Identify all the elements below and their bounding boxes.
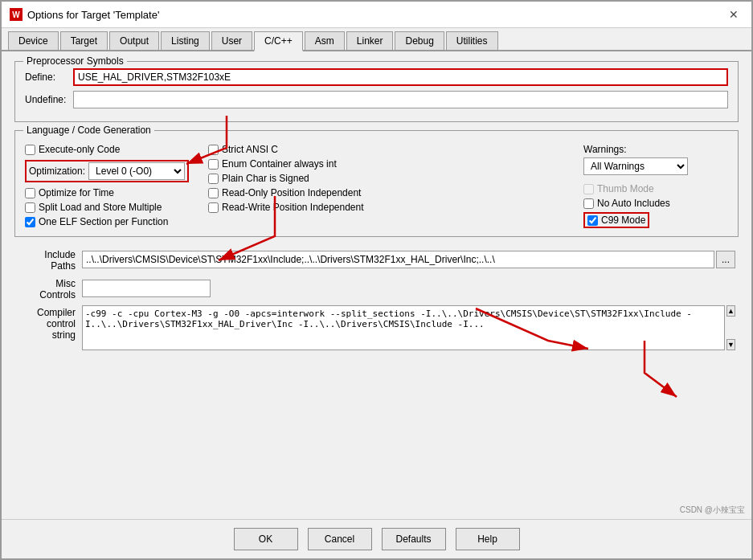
one-elf-label: One ELF Section per Function <box>39 216 168 227</box>
compiler-string-input-cell: -c99 -c -cpu Cortex-M3 -g -O0 -apcs=inte… <box>79 303 739 353</box>
defaults-button[interactable]: Defaults <box>382 528 446 550</box>
optimization-select[interactable]: Level 0 (-O0) Level 1 (-O1) Level 2 (-O2… <box>88 162 185 180</box>
title-bar-left: W Options for Target 'Template' <box>10 8 159 21</box>
language-columns: Execute-only Code Optimization: Level 0 … <box>25 137 728 228</box>
readwrite-pos-label: Read-Write Position Independent <box>222 202 364 213</box>
thumb-mode-checkbox[interactable] <box>583 184 594 194</box>
compiler-string-label: Compiler control string <box>14 303 79 353</box>
compiler-string-scroll: ▲ ▼ <box>726 305 735 350</box>
split-load-label: Split Load and Store Multiple <box>39 202 162 213</box>
undefine-row: Undefine: <box>25 91 728 108</box>
scroll-down-btn[interactable]: ▼ <box>726 339 735 350</box>
tab-cpp[interactable]: C/C++ <box>254 31 303 51</box>
define-input[interactable] <box>73 68 728 86</box>
misc-controls-input[interactable] <box>82 280 211 297</box>
tab-linker[interactable]: Linker <box>346 31 394 50</box>
warnings-label: Warnings: <box>583 144 728 155</box>
thumb-mode-label: Thumb Mode <box>597 183 654 194</box>
optimize-time-label: Optimize for Time <box>39 187 114 198</box>
execute-only-label: Execute-only Code <box>39 144 120 155</box>
strict-ansi-label: Strict ANSI C <box>222 144 278 155</box>
no-auto-includes-label: No Auto Includes <box>597 198 670 209</box>
thumb-mode-row: Thumb Mode <box>583 183 728 194</box>
include-paths-label: Include Paths <box>14 245 79 274</box>
include-paths-row: Include Paths ... <box>14 245 739 274</box>
include-paths-wrap: ... <box>82 251 735 268</box>
tab-bar: Device Target Output Listing User C/C++ … <box>2 28 751 51</box>
paths-table: Include Paths ... Misc Controls Compiler… <box>14 245 739 353</box>
one-elf-checkbox[interactable] <box>25 217 35 227</box>
one-elf-row: One ELF Section per Function <box>25 216 202 227</box>
title-bar: W Options for Target 'Template' ✕ <box>2 2 751 28</box>
tab-asm[interactable]: Asm <box>305 31 345 50</box>
include-paths-input[interactable] <box>82 251 714 268</box>
preprocessor-group-title: Preprocessor Symbols <box>23 55 127 67</box>
undefine-input[interactable] <box>73 91 728 108</box>
include-paths-browse[interactable]: ... <box>716 251 735 268</box>
scroll-up-btn[interactable]: ▲ <box>726 305 735 317</box>
optimize-time-row: Optimize for Time <box>25 187 202 198</box>
readwrite-pos-row: Read-Write Position Independent <box>208 202 577 213</box>
optimization-highlight-box: Optimization: Level 0 (-O0) Level 1 (-O1… <box>25 160 189 182</box>
misc-controls-row: Misc Controls <box>14 274 739 303</box>
lang-col-2: Strict ANSI C Enum Container always int … <box>208 144 577 228</box>
c99-mode-checkbox[interactable] <box>587 215 598 226</box>
ok-button[interactable]: OK <box>234 528 298 550</box>
execute-only-row: Execute-only Code <box>25 144 202 155</box>
plain-char-label: Plain Char is Signed <box>222 173 309 184</box>
window-title: Options for Target 'Template' <box>27 9 159 21</box>
plain-char-checkbox[interactable] <box>208 174 219 184</box>
optimization-label: Optimization: <box>29 166 85 177</box>
readonly-pos-checkbox[interactable] <box>208 188 219 198</box>
compiler-string-textarea[interactable]: -c99 -c -cpu Cortex-M3 -g -O0 -apcs=inte… <box>82 305 725 350</box>
watermark: CSDN @小辣宝宝 <box>680 505 745 516</box>
define-label: Define: <box>25 72 73 83</box>
cancel-button[interactable]: Cancel <box>308 528 372 550</box>
enum-container-checkbox[interactable] <box>208 159 219 170</box>
include-paths-input-cell: ... <box>79 245 739 274</box>
c99-mode-row: C99 Mode <box>583 212 649 228</box>
language-group-title: Language / Code Generation <box>23 125 154 136</box>
warnings-select[interactable]: All Warnings No Warnings Unspecified <box>583 157 688 175</box>
tab-utilities[interactable]: Utilities <box>446 31 498 50</box>
tab-content: Preprocessor Symbols Define: Undefine: L… <box>2 51 751 519</box>
misc-controls-input-cell <box>79 274 739 303</box>
execute-only-checkbox[interactable] <box>25 145 35 155</box>
warnings-section: Warnings: All Warnings No Warnings Unspe… <box>583 144 728 175</box>
readonly-pos-label: Read-Only Position Independent <box>222 187 361 198</box>
readwrite-pos-checkbox[interactable] <box>208 202 219 213</box>
app-icon: W <box>10 8 23 21</box>
enum-container-row: Enum Container always int <box>208 158 577 170</box>
no-auto-includes-row: No Auto Includes <box>583 198 728 209</box>
misc-controls-label: Misc Controls <box>14 274 79 303</box>
plain-char-row: Plain Char is Signed <box>208 173 577 184</box>
lang-col-3: Warnings: All Warnings No Warnings Unspe… <box>583 144 728 228</box>
split-load-row: Split Load and Store Multiple <box>25 202 202 213</box>
tab-user[interactable]: User <box>211 31 252 50</box>
split-load-checkbox[interactable] <box>25 202 35 213</box>
close-button[interactable]: ✕ <box>724 6 743 22</box>
preprocessor-group: Preprocessor Symbols Define: Undefine: <box>14 61 739 122</box>
bottom-bar: OK Cancel Defaults Help <box>2 519 751 558</box>
optimize-time-checkbox[interactable] <box>25 188 35 198</box>
tab-debug[interactable]: Debug <box>395 31 444 50</box>
c99-mode-label: C99 Mode <box>601 215 645 226</box>
help-button[interactable]: Help <box>456 528 520 550</box>
readonly-pos-row: Read-Only Position Independent <box>208 187 577 198</box>
tab-output[interactable]: Output <box>109 31 159 50</box>
tab-device[interactable]: Device <box>8 31 59 50</box>
strict-ansi-checkbox[interactable] <box>208 145 219 155</box>
enum-container-label: Enum Container always int <box>222 158 337 170</box>
main-window: W Options for Target 'Template' ✕ Device… <box>0 0 753 560</box>
define-row: Define: <box>25 68 728 86</box>
strict-ansi-row: Strict ANSI C <box>208 144 577 155</box>
no-auto-includes-checkbox[interactable] <box>583 198 594 209</box>
tab-listing[interactable]: Listing <box>161 31 210 50</box>
lang-col-1: Execute-only Code Optimization: Level 0 … <box>25 144 202 228</box>
undefine-label: Undefine: <box>25 94 73 105</box>
tab-target[interactable]: Target <box>60 31 108 50</box>
language-group: Language / Code Generation Execute-only … <box>14 130 739 237</box>
compiler-string-wrap: -c99 -c -cpu Cortex-M3 -g -O0 -apcs=inte… <box>82 305 735 350</box>
compiler-string-row: Compiler control string -c99 -c -cpu Cor… <box>14 303 739 353</box>
